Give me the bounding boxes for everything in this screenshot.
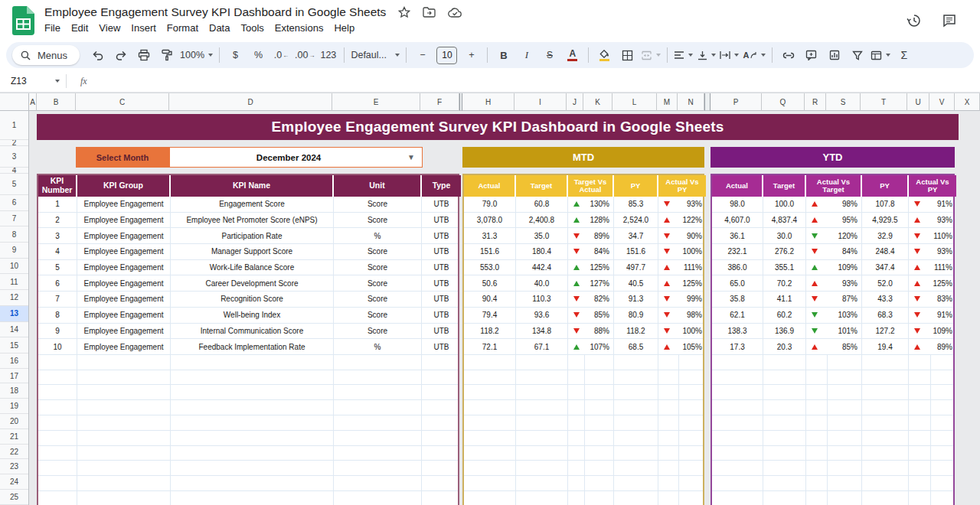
cell-mtd-py[interactable]: 40.5 xyxy=(614,275,658,291)
insert-comment-button[interactable] xyxy=(800,46,822,65)
empty-cell[interactable] xyxy=(614,431,658,445)
cell-mtd-actual-vs-py[interactable]: 99% xyxy=(658,292,706,307)
column-header-I[interactable]: I xyxy=(514,93,567,111)
row-header-15[interactable]: 15 xyxy=(0,337,28,354)
empty-cell[interactable] xyxy=(585,446,614,461)
increase-decimal-button[interactable]: .00→ xyxy=(293,46,316,65)
empty-cell[interactable] xyxy=(516,355,568,370)
cell-kpi-name[interactable]: Well-being Index xyxy=(171,308,334,323)
undo-button[interactable] xyxy=(87,46,109,65)
empty-cell[interactable] xyxy=(658,476,679,490)
column-header-S[interactable]: S xyxy=(826,93,861,111)
cell-ytd-py[interactable]: 32.9 xyxy=(862,228,909,243)
cell-unit[interactable]: Score xyxy=(334,197,422,212)
cell-ytd-py[interactable]: 19.4 xyxy=(862,339,909,354)
empty-cell[interactable] xyxy=(568,476,585,490)
column-header-E[interactable]: E xyxy=(332,93,420,111)
empty-cell[interactable] xyxy=(931,385,956,399)
cell-ytd-target[interactable]: 41.1 xyxy=(763,292,806,307)
empty-cell[interactable] xyxy=(828,476,862,490)
empty-cell[interactable] xyxy=(568,461,585,475)
cell-type[interactable]: UTB xyxy=(422,339,461,354)
column-header-U[interactable]: U xyxy=(907,93,929,111)
cell-ytd-target[interactable]: 136.9 xyxy=(763,324,806,339)
cell-type[interactable]: UTB xyxy=(422,292,461,307)
empty-cell[interactable] xyxy=(422,476,461,490)
cell-ytd-py[interactable]: 107.8 xyxy=(862,197,909,212)
cell-ytd-actual-vs-target[interactable]: 85% xyxy=(806,339,862,354)
empty-cell[interactable] xyxy=(909,415,931,430)
empty-cell[interactable] xyxy=(931,446,956,461)
empty-cell[interactable] xyxy=(77,476,171,490)
star-icon[interactable] xyxy=(398,6,410,18)
cell-ytd-actual-vs-target[interactable]: 101% xyxy=(806,324,862,339)
cell-type[interactable]: UTB xyxy=(422,213,461,228)
empty-cell[interactable] xyxy=(712,370,763,385)
empty-cell[interactable] xyxy=(464,431,516,445)
cell-ytd-py[interactable]: 68.3 xyxy=(862,308,909,323)
cell-kpi-name[interactable]: Recognition Score xyxy=(171,292,334,307)
cell-mtd-target[interactable]: 134.8 xyxy=(516,324,568,339)
cell-mtd-actual-vs-py[interactable]: 122% xyxy=(658,213,706,228)
row-header-13[interactable]: 13 xyxy=(0,306,28,322)
empty-cell[interactable] xyxy=(422,461,461,475)
cell-unit[interactable]: % xyxy=(334,339,422,354)
empty-cell[interactable] xyxy=(464,446,516,461)
cell-mtd-target-vs-actual[interactable]: 125% xyxy=(568,260,614,275)
empty-cell[interactable] xyxy=(763,461,806,475)
menu-view[interactable]: View xyxy=(93,21,126,34)
cell-mtd-actual[interactable]: 79.4 xyxy=(464,308,516,323)
empty-cell[interactable] xyxy=(614,476,658,490)
empty-cell[interactable] xyxy=(334,370,422,385)
empty-cell[interactable] xyxy=(77,431,171,445)
cell-ytd-actual[interactable]: 4,607.0 xyxy=(712,213,763,228)
empty-cell[interactable] xyxy=(334,431,422,445)
empty-cell[interactable] xyxy=(862,431,909,445)
format-percent-button[interactable]: % xyxy=(247,46,270,65)
cell-kpi-name[interactable]: Employee Net Promoter Score (eNPS) xyxy=(171,213,334,228)
empty-cell[interactable] xyxy=(38,415,77,430)
empty-cell[interactable] xyxy=(38,476,77,490)
cell-kpi-name[interactable]: Career Development Score xyxy=(171,275,334,291)
empty-cell[interactable] xyxy=(422,400,461,415)
cell-ytd-actual[interactable]: 386.0 xyxy=(712,260,763,275)
cell-ytd-py[interactable]: 127.2 xyxy=(862,324,909,339)
empty-cell[interactable] xyxy=(516,491,568,505)
empty-cell[interactable] xyxy=(171,400,334,415)
row-header-24[interactable]: 24 xyxy=(0,474,28,490)
menu-format[interactable]: Format xyxy=(162,21,204,34)
empty-cell[interactable] xyxy=(77,491,171,505)
empty-cell[interactable] xyxy=(806,355,828,370)
cell-mtd-py[interactable]: 2,524.0 xyxy=(614,213,658,228)
empty-cell[interactable] xyxy=(828,446,862,461)
cell-ytd-actual[interactable]: 232.1 xyxy=(712,244,763,259)
table-views-button[interactable] xyxy=(869,46,892,65)
cell-ytd-actual-vs-target[interactable]: 95% xyxy=(806,213,862,228)
row-header-12[interactable]: 12 xyxy=(0,290,28,306)
cell-mtd-py[interactable]: 497.7 xyxy=(614,260,658,275)
empty-cell[interactable] xyxy=(171,415,334,430)
empty-cell[interactable] xyxy=(38,491,77,505)
empty-cell[interactable] xyxy=(585,461,614,475)
empty-cell[interactable] xyxy=(909,400,931,415)
empty-cell[interactable] xyxy=(614,370,658,385)
empty-cell[interactable] xyxy=(171,491,334,505)
empty-cell[interactable] xyxy=(931,476,956,490)
empty-cell[interactable] xyxy=(334,400,422,415)
empty-cell[interactable] xyxy=(763,370,806,385)
row-header-25[interactable]: 25 xyxy=(0,490,28,505)
cell-mtd-actual[interactable]: 31.3 xyxy=(464,228,516,243)
empty-cell[interactable] xyxy=(38,385,77,399)
move-to-folder-icon[interactable] xyxy=(423,7,436,18)
cell-kpi-group[interactable]: Employee Engagement xyxy=(77,197,171,212)
text-color-button[interactable]: A xyxy=(561,46,583,65)
empty-cell[interactable] xyxy=(171,476,334,490)
empty-cell[interactable] xyxy=(862,370,909,385)
cell-mtd-actual[interactable]: 90.4 xyxy=(464,292,516,307)
empty-cell[interactable] xyxy=(679,446,706,461)
cell-ytd-py[interactable]: 52.0 xyxy=(862,275,909,291)
cell-mtd-py[interactable]: 118.2 xyxy=(614,324,658,339)
cell-mtd-target-vs-actual[interactable]: 85% xyxy=(568,308,614,323)
cell-kpi-number[interactable]: 8 xyxy=(38,308,77,323)
row-header-19[interactable]: 19 xyxy=(0,399,28,414)
